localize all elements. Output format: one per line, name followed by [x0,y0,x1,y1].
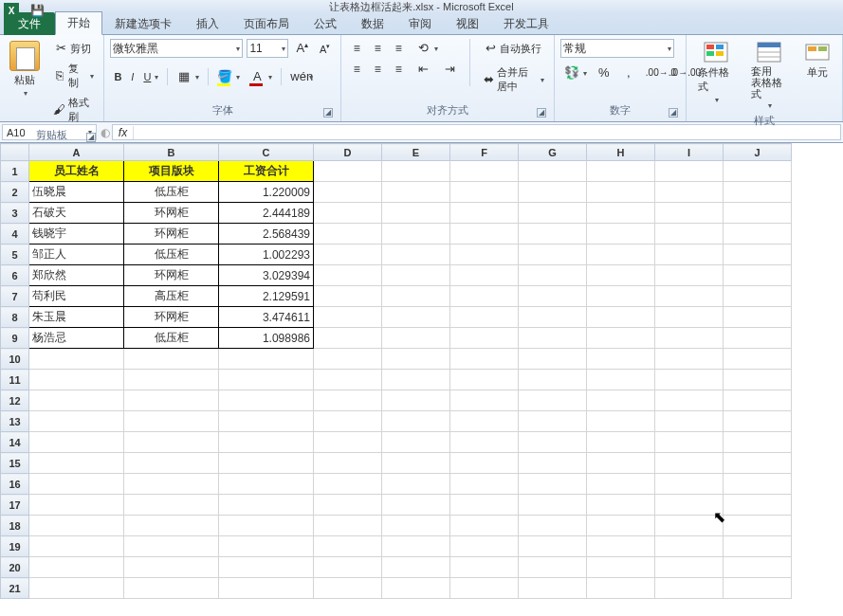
cell-styles-button[interactable]: 单元 [798,39,836,82]
cell[interactable] [655,495,724,516]
cell[interactable] [219,557,314,578]
cell[interactable] [29,370,124,390]
cell[interactable] [382,307,450,328]
cell[interactable] [724,578,792,599]
cell[interactable] [655,516,724,536]
italic-button[interactable]: I [127,69,137,84]
number-format-combo[interactable]: 常规▾ [560,39,674,58]
accounting-button[interactable]: 💱▾ [560,63,591,82]
dialog-launcher-icon[interactable]: ◢ [669,108,678,118]
cell[interactable] [29,516,124,536]
cell[interactable] [314,203,382,224]
cell[interactable] [314,432,382,453]
cell[interactable] [519,286,587,307]
cell[interactable] [655,536,724,557]
cell[interactable] [450,286,519,307]
align-left-button[interactable]: ≡ [347,60,366,79]
cell[interactable]: 1.002293 [219,245,314,265]
cell[interactable] [519,370,587,390]
cell[interactable] [219,370,314,390]
cell[interactable] [724,557,792,578]
cell[interactable]: 石破天 [29,203,124,224]
tab-review[interactable]: 审阅 [396,12,444,35]
tab-dev[interactable]: 开发工具 [491,12,561,35]
decrease-indent-button[interactable]: ⇤ [412,60,434,79]
cell[interactable] [519,578,587,599]
cell[interactable] [219,453,314,474]
cell[interactable] [655,161,724,182]
cell[interactable] [587,182,655,203]
cell[interactable] [587,328,655,349]
cut-button[interactable]: ✂剪切 [49,39,98,58]
cell[interactable] [124,474,219,495]
cell[interactable] [519,349,587,370]
cell[interactable] [587,536,655,557]
cell[interactable] [314,516,382,536]
align-top-button[interactable]: ≡ [347,39,366,58]
tab-data[interactable]: 数据 [349,12,396,35]
cell[interactable] [655,453,724,474]
row-header[interactable]: 11 [1,370,29,390]
cell[interactable] [450,370,519,390]
worksheet-area[interactable]: ABCDEFGHIJ1员工姓名项目版块工资合计2伍晓晨低压柜1.2200093石… [0,143,843,616]
cell[interactable] [314,453,382,474]
cell[interactable] [450,328,519,349]
cell[interactable] [124,495,219,516]
cell[interactable] [587,286,655,307]
row-header[interactable]: 10 [1,349,29,370]
border-button[interactable]: ▦▾ [173,67,203,86]
grow-font-button[interactable]: A▴ [292,39,312,58]
cell[interactable] [29,411,124,432]
conditional-format-button[interactable]: 条件格式▾ [692,39,740,106]
expand-fb-icon[interactable]: ◐ [99,122,112,142]
row-header[interactable]: 21 [1,578,29,599]
cell[interactable] [587,495,655,516]
cell[interactable] [219,390,314,411]
cell[interactable] [655,307,724,328]
cell[interactable] [724,265,792,286]
cell[interactable]: 3.029394 [219,265,314,286]
cell[interactable] [519,245,587,265]
cell[interactable] [124,370,219,390]
dialog-launcher-icon[interactable]: ◢ [86,133,96,142]
cell[interactable] [519,328,587,349]
cell[interactable] [450,224,519,245]
cell[interactable]: 1.098986 [219,328,314,349]
cell[interactable]: 1.220009 [219,182,314,203]
tab-new[interactable]: 新建选项卡 [102,12,184,35]
cell[interactable]: 环网柜 [124,224,219,245]
cell[interactable] [724,349,792,370]
row-header[interactable]: 12 [1,390,29,411]
cell[interactable] [519,557,587,578]
cell[interactable] [382,578,450,599]
cell[interactable]: 2.568439 [219,224,314,245]
cell[interactable] [655,578,724,599]
underline-button[interactable]: U▾ [139,69,162,84]
fill-color-button[interactable]: 🪣▾ [213,67,244,86]
cell[interactable] [29,474,124,495]
format-painter-button[interactable]: 🖌格式刷 [49,94,98,126]
cell[interactable] [450,203,519,224]
cell[interactable]: 环网柜 [124,307,219,328]
cell[interactable] [314,495,382,516]
cell[interactable] [587,203,655,224]
cell[interactable] [724,411,792,432]
row-header[interactable]: 17 [1,495,29,516]
cell[interactable]: 低压柜 [124,328,219,349]
cell[interactable] [29,536,124,557]
cell[interactable] [124,557,219,578]
cell[interactable] [124,411,219,432]
wrap-text-button[interactable]: ↩自动换行 [479,39,548,58]
cell[interactable] [655,432,724,453]
cell[interactable] [587,557,655,578]
cell[interactable] [519,536,587,557]
cell[interactable] [519,182,587,203]
cell[interactable] [655,390,724,411]
merge-center-button[interactable]: ⬌合并后居中▾ [479,63,548,96]
row-header[interactable]: 2 [1,182,29,203]
tab-insert[interactable]: 插入 [184,12,231,35]
cell[interactable] [655,557,724,578]
cell[interactable] [724,474,792,495]
cell[interactable] [587,245,655,265]
cell[interactable] [124,536,219,557]
